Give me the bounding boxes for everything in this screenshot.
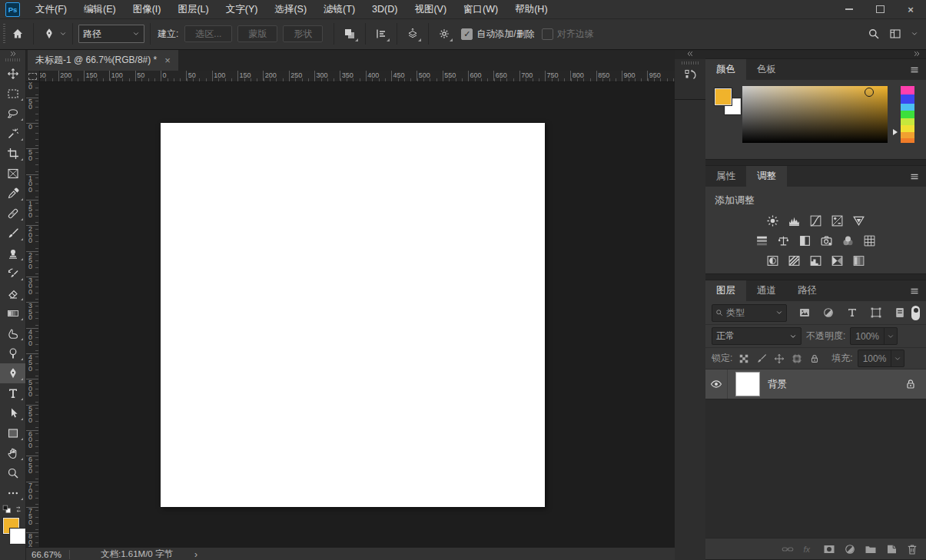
color-field[interactable]	[742, 86, 888, 143]
path-operations-icon[interactable]	[340, 24, 360, 44]
tab-paths[interactable]: 路径	[787, 280, 828, 301]
history-brush-tool[interactable]	[0, 263, 25, 283]
lock-all-icon[interactable]	[808, 352, 821, 365]
levels-icon[interactable]	[787, 214, 802, 227]
threshold-icon[interactable]	[808, 253, 824, 267]
layer-filter-select[interactable]: 类型	[712, 304, 787, 322]
smudge-tool[interactable]	[0, 323, 25, 343]
make-shape-button[interactable]: 形状	[283, 25, 323, 42]
layer-effects-icon[interactable]: fx	[802, 543, 815, 555]
document-tab[interactable]: 未标题-1 @ 66.7%(RGB/8#) * ×	[28, 49, 178, 71]
layer-row-background[interactable]: 背景	[705, 369, 926, 399]
type-tool[interactable]	[0, 383, 25, 403]
menu-item-文字Y[interactable]: 文字(Y)	[217, 0, 267, 18]
posterize-icon[interactable]	[787, 253, 802, 267]
selective-color-icon[interactable]	[851, 253, 867, 267]
layer-visibility-toggle[interactable]	[705, 369, 728, 399]
pen-tool-preset-icon[interactable]	[39, 24, 59, 44]
tab-color[interactable]: 颜色	[705, 59, 746, 80]
toolbar-grip[interactable]	[5, 58, 21, 61]
curves-icon[interactable]	[808, 214, 824, 227]
link-layers-icon[interactable]	[782, 543, 794, 555]
ruler-origin[interactable]	[25, 71, 40, 82]
menu-item-3DD[interactable]: 3D(D)	[363, 0, 406, 18]
new-adjustment-layer-icon[interactable]	[844, 543, 856, 555]
eraser-tool[interactable]	[0, 283, 25, 303]
color-lookup-icon[interactable]	[862, 234, 878, 247]
layer-thumbnail[interactable]	[735, 372, 760, 396]
menu-item-窗口W[interactable]: 窗口(W)	[455, 0, 506, 18]
photo-filter-icon[interactable]	[819, 234, 835, 247]
delete-layer-icon[interactable]	[906, 543, 918, 555]
search-icon[interactable]	[868, 28, 880, 40]
opacity-field[interactable]: 100%	[850, 327, 898, 345]
brush-tool[interactable]	[0, 224, 25, 244]
foreground-color-swatch[interactable]	[715, 88, 732, 105]
horizontal-ruler[interactable]: 2502001501005005010015020025030035040045…	[39, 71, 675, 82]
add-layer-mask-icon[interactable]	[823, 543, 835, 555]
minimize-button[interactable]	[834, 0, 865, 18]
new-group-icon[interactable]	[865, 543, 877, 555]
tab-channels[interactable]: 通道	[746, 280, 787, 301]
dock-grip[interactable]	[682, 61, 699, 65]
align-edges-checkbox[interactable]	[542, 28, 553, 40]
color-field-cursor[interactable]	[865, 88, 874, 97]
close-icon[interactable]: ×	[164, 55, 171, 66]
lock-transparency-icon[interactable]	[737, 352, 750, 365]
type-layer-filter-icon[interactable]	[846, 307, 858, 319]
options-bar-grip[interactable]	[2, 24, 8, 44]
menu-item-选择S[interactable]: 选择(S)	[266, 0, 315, 18]
make-selection-button[interactable]: 选区...	[184, 25, 232, 42]
black-white-icon[interactable]	[798, 234, 813, 247]
gradient-map-icon[interactable]	[830, 253, 845, 267]
path-selection-tool[interactable]	[0, 403, 25, 423]
gradient-tool[interactable]	[0, 303, 25, 323]
auto-add-delete-checkbox[interactable]: ✓	[461, 28, 473, 40]
rectangular-marquee-tool[interactable]	[0, 84, 25, 104]
fill-field[interactable]: 100%	[858, 350, 905, 367]
menu-item-视图V[interactable]: 视图(V)	[406, 0, 455, 18]
zoom-tool[interactable]	[0, 463, 25, 483]
tab-properties[interactable]: 属性	[705, 166, 746, 187]
maximize-button[interactable]	[865, 0, 895, 18]
collapse-toolbar-icon[interactable]	[9, 50, 17, 58]
path-arrangement-icon[interactable]	[403, 24, 423, 44]
make-mask-button[interactable]: 蒙版	[237, 25, 277, 42]
adjustment-layer-filter-icon[interactable]	[822, 307, 835, 319]
lasso-tool[interactable]	[0, 104, 25, 124]
shape-layer-filter-icon[interactable]	[870, 307, 882, 319]
exposure-icon[interactable]	[830, 214, 845, 227]
brightness-contrast-icon[interactable]	[765, 214, 781, 227]
move-tool[interactable]	[0, 64, 25, 84]
workspace-switcher-icon[interactable]	[889, 28, 901, 40]
lock-position-icon[interactable]	[772, 352, 785, 365]
frame-tool[interactable]	[0, 164, 25, 184]
vibrance-icon[interactable]	[851, 214, 867, 227]
path-alignment-icon[interactable]	[371, 24, 391, 44]
smart-object-filter-icon[interactable]	[894, 307, 906, 319]
lock-artboard-icon[interactable]	[790, 352, 803, 365]
pen-tool[interactable]	[0, 363, 25, 383]
spot-healing-brush-tool[interactable]	[0, 204, 25, 224]
tab-adjustments[interactable]: 调整	[746, 166, 787, 187]
vertical-ruler[interactable]: 1005005010015020025030035040045050055060…	[25, 81, 40, 547]
rectangle-tool[interactable]	[0, 423, 25, 443]
document-canvas[interactable]	[161, 123, 545, 507]
pixel-layer-filter-icon[interactable]	[798, 307, 811, 319]
new-layer-icon[interactable]	[885, 543, 898, 555]
default-colors-icon[interactable]	[2, 505, 12, 514]
panel-menu-icon[interactable]	[910, 59, 926, 80]
magic-wand-tool[interactable]	[0, 124, 25, 144]
color-balance-icon[interactable]	[776, 234, 792, 247]
lock-pixels-icon[interactable]	[755, 352, 768, 365]
tab-swatches[interactable]: 色板	[746, 59, 787, 80]
menu-item-滤镜T[interactable]: 滤镜(T)	[315, 0, 363, 18]
expand-dock-icon[interactable]	[686, 50, 694, 58]
layer-filter-toggle[interactable]	[911, 306, 920, 320]
chevron-down-icon[interactable]	[911, 30, 918, 38]
zoom-level-field[interactable]: 66.67%	[25, 550, 69, 559]
status-expander-icon[interactable]: ›	[194, 549, 197, 560]
clone-stamp-tool[interactable]	[0, 244, 25, 263]
hue-saturation-icon[interactable]	[755, 234, 770, 247]
swap-colors-icon[interactable]	[14, 505, 23, 514]
